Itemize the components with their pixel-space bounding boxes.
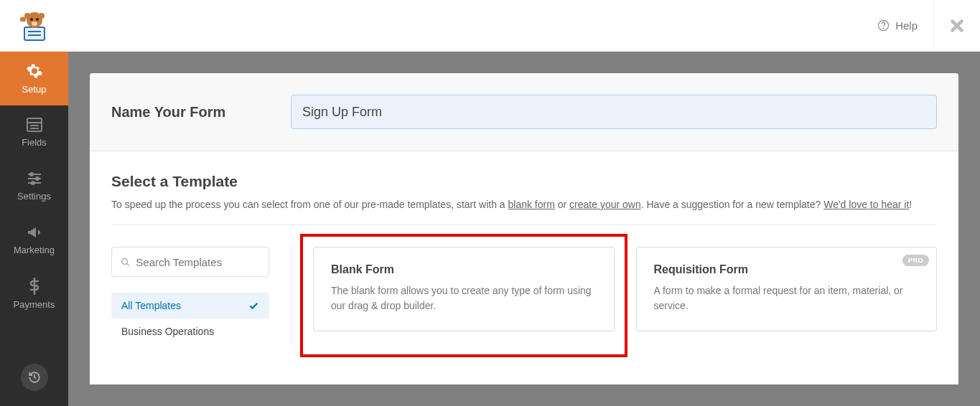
svg-point-11 — [883, 28, 884, 29]
svg-point-6 — [32, 22, 37, 26]
topbar-left — [0, 6, 68, 46]
close-button[interactable] — [933, 0, 980, 51]
close-icon — [949, 18, 965, 34]
history-button[interactable] — [21, 364, 48, 391]
panel: Name Your Form Select a Template To spee… — [90, 73, 958, 384]
template-wrap: Blank Form The blank form allows you to … — [313, 247, 615, 344]
sidebar-footer — [0, 349, 68, 406]
templates-column: Blank Form The blank form allows you to … — [291, 247, 937, 344]
svg-point-4 — [30, 18, 33, 21]
pro-badge: PRO — [902, 255, 929, 266]
help-link[interactable]: Help — [862, 0, 933, 51]
link-create-own[interactable]: create your own — [569, 199, 641, 210]
desc-text: or — [555, 199, 569, 210]
category-business-operations[interactable]: Business Operations — [111, 318, 269, 344]
sidebar-item-fields[interactable]: Fields — [0, 105, 68, 159]
sidebar-item-label: Settings — [17, 191, 51, 202]
fields-icon — [26, 117, 43, 133]
sidebar-item-label: Setup — [22, 84, 47, 95]
svg-point-19 — [36, 177, 39, 180]
sidebar-item-label: Fields — [22, 137, 47, 148]
dollar-icon — [29, 278, 40, 295]
content-wrap: Name Your Form Select a Template To spee… — [68, 52, 980, 406]
help-icon — [877, 19, 890, 32]
history-icon — [28, 371, 41, 384]
svg-point-8 — [39, 13, 45, 19]
desc-text: To speed up the process you can select f… — [111, 199, 508, 210]
svg-point-5 — [36, 18, 39, 21]
sidebar-item-payments[interactable]: Payments — [0, 267, 68, 321]
bullhorn-icon — [26, 225, 43, 240]
svg-rect-9 — [20, 17, 26, 22]
app-logo[interactable] — [0, 6, 68, 46]
template-desc: The blank form allows you to create any … — [331, 283, 597, 313]
categories-column: All Templates Business Operations — [111, 247, 269, 344]
svg-point-22 — [122, 258, 128, 264]
main-area: Setup Fields Settings Marketing Payments… — [0, 52, 980, 406]
category-label: All Templates — [121, 300, 181, 311]
template-card-requisition-form[interactable]: PRO Requisition Form A form to make a fo… — [636, 247, 938, 331]
template-desc: A form to make a formal request for an i… — [654, 283, 920, 313]
svg-point-17 — [30, 173, 33, 176]
sidebar-item-setup[interactable]: Setup — [0, 52, 68, 105]
sidebar: Setup Fields Settings Marketing Payments — [0, 52, 68, 406]
gear-icon — [26, 62, 43, 80]
topbar: Help — [0, 0, 980, 52]
svg-rect-0 — [24, 27, 45, 40]
category-label: Business Operations — [121, 326, 214, 337]
section-title: Select a Template — [111, 173, 937, 190]
template-card-blank-form[interactable]: Blank Form The blank form allows you to … — [313, 247, 615, 331]
svg-point-21 — [32, 181, 34, 184]
link-blank-form[interactable]: blank form — [508, 199, 555, 210]
search-box[interactable] — [111, 247, 269, 277]
check-icon — [248, 301, 259, 311]
sliders-icon — [26, 171, 43, 187]
help-label: Help — [895, 19, 918, 32]
panel-body: Select a Template To speed up the proces… — [90, 151, 958, 384]
name-label: Name Your Form — [111, 104, 291, 121]
search-icon — [121, 257, 130, 268]
section-desc: To speed up the process you can select f… — [111, 199, 937, 210]
link-feedback[interactable]: We'd love to hear it — [823, 199, 909, 210]
topbar-right: Help — [862, 0, 980, 51]
sidebar-item-label: Payments — [14, 299, 55, 310]
template-title: Blank Form — [331, 263, 597, 276]
desc-text: ! — [909, 199, 912, 210]
template-wrap: PRO Requisition Form A form to make a fo… — [636, 247, 938, 344]
template-title: Requisition Form — [654, 263, 920, 276]
sidebar-item-settings[interactable]: Settings — [0, 159, 68, 213]
name-row: Name Your Form — [90, 73, 958, 151]
category-all-templates[interactable]: All Templates — [111, 293, 269, 318]
search-input[interactable] — [136, 256, 260, 268]
svg-line-23 — [126, 263, 129, 265]
sidebar-item-label: Marketing — [14, 245, 55, 255]
form-name-input[interactable] — [291, 95, 937, 129]
columns: All Templates Business Operations Blank … — [111, 225, 937, 344]
desc-text: . Have a suggestion for a new template? — [641, 199, 823, 210]
sidebar-item-marketing[interactable]: Marketing — [0, 213, 68, 267]
